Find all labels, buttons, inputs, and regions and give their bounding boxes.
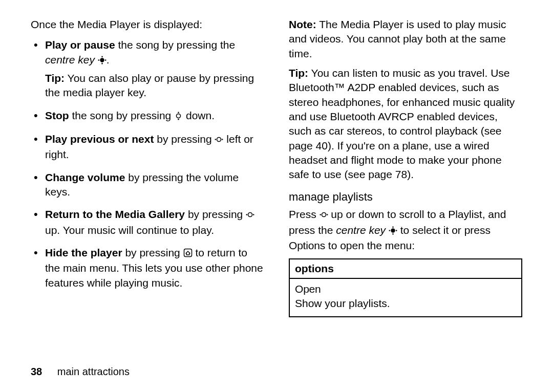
centre-key-icon bbox=[389, 224, 397, 238]
text: by pressing bbox=[122, 247, 183, 258]
svg-point-19 bbox=[389, 230, 390, 231]
options-table-cell: Open Show your playlists. bbox=[290, 279, 521, 316]
document-page: Once the Media Player is displayed: Play… bbox=[0, 0, 553, 392]
list-item: Stop the song by pressing down. bbox=[31, 108, 264, 124]
nav-horizontal-icon bbox=[215, 133, 223, 147]
home-icon bbox=[183, 247, 193, 261]
svg-point-1 bbox=[98, 59, 99, 61]
tip-text: You can listen to music as you travel. U… bbox=[289, 67, 515, 180]
left-column: Once the Media Player is displayed: Play… bbox=[31, 17, 264, 317]
svg-point-18 bbox=[391, 228, 395, 232]
svg-point-21 bbox=[392, 226, 394, 228]
svg-point-15 bbox=[322, 213, 326, 217]
nav-horizontal-icon bbox=[246, 208, 254, 223]
svg-point-11 bbox=[248, 213, 252, 217]
lead-bold: Hide the player bbox=[45, 247, 122, 258]
svg-point-3 bbox=[101, 56, 103, 57]
right-column: Note: The Media Player is used to play m… bbox=[289, 17, 522, 317]
svg-point-13 bbox=[253, 214, 254, 216]
text: to select it or press bbox=[397, 224, 491, 236]
options-table-header: options bbox=[290, 259, 521, 279]
page-number: 38 bbox=[31, 366, 42, 377]
list-item: Play or pause the song by pressing the c… bbox=[31, 38, 264, 100]
svg-point-22 bbox=[392, 233, 394, 235]
list-item: Play previous or next by pressing left o… bbox=[31, 132, 264, 162]
svg-point-4 bbox=[101, 63, 103, 64]
centre-key-icon bbox=[98, 54, 107, 68]
options-label: Options bbox=[289, 239, 325, 251]
text: by pressing bbox=[154, 133, 215, 145]
text: down. bbox=[183, 110, 215, 121]
list-item: Hide the player by pressing to return to… bbox=[31, 246, 264, 290]
svg-point-5 bbox=[177, 114, 181, 118]
list-item: Return to the Media Gallery by pressing … bbox=[31, 207, 264, 237]
svg-point-6 bbox=[178, 112, 179, 113]
lead-bold: Play previous or next bbox=[45, 133, 154, 145]
centre-key-label: centre key bbox=[336, 224, 386, 236]
text: to open the menu: bbox=[325, 239, 415, 251]
section-name: main attractions bbox=[57, 366, 130, 377]
text: by pressing bbox=[185, 208, 246, 220]
svg-point-0 bbox=[100, 58, 104, 62]
tip-paragraph: Tip: You can listen to music as you trav… bbox=[289, 66, 522, 182]
list-item: Change volume by pressing the volume key… bbox=[31, 170, 264, 200]
svg-point-16 bbox=[320, 214, 321, 216]
intro-paragraph: Once the Media Player is displayed: bbox=[31, 17, 264, 32]
options-table: options Open Show your playlists. bbox=[289, 258, 522, 317]
note-label: Note: bbox=[289, 18, 316, 30]
option-name: Open bbox=[295, 282, 516, 296]
note-paragraph: Note: The Media Player is used to play m… bbox=[289, 17, 522, 61]
svg-point-9 bbox=[215, 139, 217, 140]
lead-bold: Play or pause bbox=[45, 39, 115, 51]
tip-label: Tip: bbox=[289, 67, 308, 79]
nav-horizontal-icon bbox=[320, 208, 328, 223]
svg-point-7 bbox=[178, 119, 179, 120]
tip-text: You can also play or pause by pressing t… bbox=[45, 72, 254, 98]
lead-bold: Return to the Media Gallery bbox=[45, 208, 185, 220]
two-column-layout: Once the Media Player is displayed: Play… bbox=[31, 17, 522, 317]
instructions-list: Play or pause the song by pressing the c… bbox=[31, 38, 264, 290]
text: Press bbox=[289, 208, 320, 220]
subheading-manage-playlists: manage playlists bbox=[289, 189, 522, 205]
text: the song by pressing bbox=[69, 110, 174, 121]
tip-label: Tip: bbox=[45, 72, 65, 84]
nav-vertical-icon bbox=[174, 110, 183, 124]
page-footer: 38 main attractions bbox=[31, 366, 130, 378]
text: . bbox=[107, 54, 110, 66]
playlist-instruction: Press up or down to scroll to a Playlist… bbox=[289, 207, 522, 253]
centre-key-label: centre key bbox=[45, 54, 95, 66]
lead-bold: Stop bbox=[45, 110, 69, 121]
option-description: Show your playlists. bbox=[295, 296, 516, 311]
lead-bold: Change volume bbox=[45, 171, 125, 183]
text: the song by pressing the bbox=[115, 39, 236, 51]
svg-point-12 bbox=[246, 214, 248, 216]
svg-point-8 bbox=[217, 138, 221, 142]
svg-rect-14 bbox=[184, 249, 192, 257]
note-text: The Media Player is used to play music a… bbox=[289, 18, 506, 59]
text: up. Your music will continue to play. bbox=[45, 224, 214, 236]
